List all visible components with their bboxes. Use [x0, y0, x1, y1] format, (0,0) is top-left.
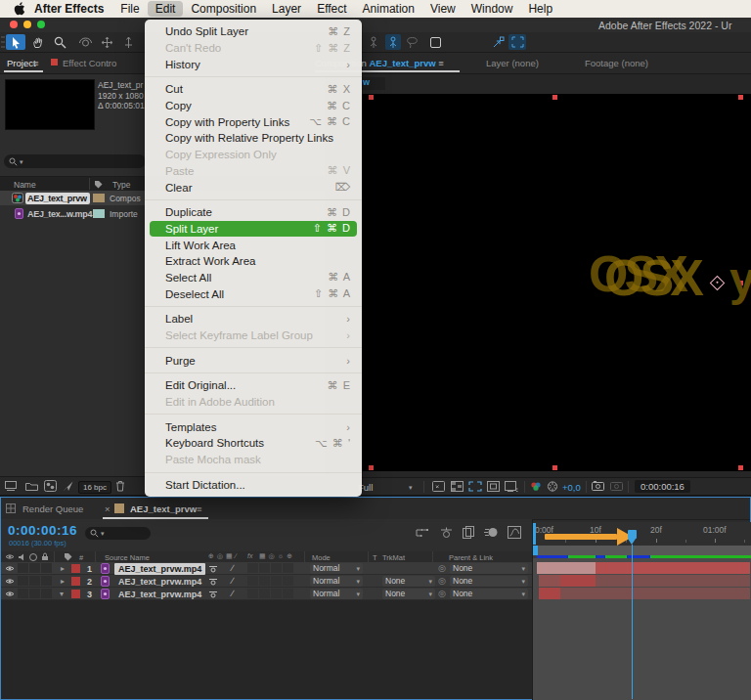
solo-column-icon[interactable] [29, 553, 37, 561]
label-column-tag-icon[interactable] [64, 552, 72, 561]
puppet-pin-tool-button[interactable] [366, 34, 381, 50]
switch-cell[interactable] [259, 576, 270, 586]
show-snapshot-icon[interactable] [610, 481, 623, 491]
eye-icon[interactable] [5, 578, 15, 585]
edit-menu-item[interactable]: Copy Expression Only [145, 147, 362, 163]
edit-menu-item[interactable]: Edit Original... ⌘ E [145, 377, 362, 394]
tab-footage[interactable]: Footage (none) [585, 58, 648, 68]
toolbar-grip[interactable] [1, 34, 5, 50]
layer-label-swatch[interactable] [71, 564, 80, 573]
expand-arrow-icon[interactable]: ▸ [61, 577, 65, 586]
edit-menu-item[interactable]: Undo Split Layer ⌘ Z [145, 23, 362, 40]
edit-menu-item[interactable]: Templates › [145, 418, 362, 435]
switch-cell[interactable] [259, 589, 270, 598]
comp-mini-flowchart-icon[interactable] [415, 527, 428, 539]
edit-menu-item[interactable]: Label › [145, 311, 362, 328]
solo-cell[interactable] [29, 589, 40, 598]
menubar-item[interactable]: Effect [309, 1, 354, 17]
rasterize-switch-icon[interactable]: ∕ [232, 589, 234, 598]
eye-icon[interactable] [5, 591, 15, 597]
shy-switch-icon[interactable] [208, 590, 218, 598]
layer-handle[interactable] [552, 95, 557, 100]
trkmat-dropdown[interactable]: None▾ [382, 576, 435, 587]
tab-effect-controls[interactable]: Effect Contro [63, 58, 116, 68]
layer-bar-dim[interactable] [539, 575, 560, 587]
timeline-search-input[interactable]: ▾ [85, 527, 151, 540]
switch-cell[interactable] [247, 589, 258, 598]
exposure-value[interactable]: +0,0 [562, 482, 581, 493]
close-window-button[interactable] [10, 21, 18, 28]
channels-icon[interactable] [530, 481, 542, 492]
edit-menu-item[interactable]: Copy with Relative Property Links [145, 130, 362, 147]
apple-menu-icon[interactable] [14, 2, 25, 16]
edit-menu-item[interactable]: Keyboard Shortcuts ⌥ ⌘ ' [145, 435, 362, 452]
lock-cell[interactable] [41, 576, 52, 586]
switch-cell[interactable] [283, 589, 293, 598]
playhead-point[interactable] [628, 539, 636, 545]
pickwhip-icon[interactable]: ◎ [438, 576, 446, 586]
motion-blur-icon[interactable] [484, 527, 498, 538]
switch-cell[interactable] [283, 576, 293, 586]
pan-camera-tool-button[interactable] [98, 34, 115, 50]
switch-cell[interactable] [271, 576, 282, 586]
column-type[interactable]: Type [112, 180, 130, 190]
playhead-grabber[interactable] [628, 530, 637, 539]
audio-cell[interactable] [18, 589, 28, 598]
project-tab-menu-icon[interactable]: ≡ [33, 58, 39, 68]
composition-tab-menu-icon[interactable]: ≡ [438, 58, 444, 68]
layer-row-1[interactable]: ▸ 1 AEJ_text_prvw.mp4 ∕ Normal▾ ◎ None▾ [1, 562, 750, 575]
tab-render-queue[interactable]: Render Queue [22, 503, 83, 514]
parent-dropdown[interactable]: None▾ [450, 589, 528, 599]
blend-mode-dropdown[interactable]: Normal▾ [310, 589, 363, 599]
edit-menu-item[interactable]: Select All ⌘ A [145, 270, 362, 286]
parent-link-column[interactable]: Parent & Link [449, 553, 493, 562]
edit-menu-item[interactable]: Clear ⌦ [145, 179, 362, 196]
lock-cell[interactable] [41, 589, 52, 598]
layer-bar-dim[interactable] [560, 588, 750, 599]
folder-icon[interactable] [25, 481, 38, 491]
viewer-timecode[interactable]: 0:00:00:16 [635, 480, 690, 493]
layer-handle[interactable] [369, 465, 374, 470]
menubar-item[interactable]: Layer [264, 1, 309, 17]
eye-column-icon[interactable] [5, 553, 15, 560]
trash-icon[interactable] [115, 480, 125, 492]
pickwhip-icon[interactable]: ◎ [438, 563, 446, 573]
comp-selector-remnant[interactable]: w [360, 77, 385, 90]
expand-arrow-icon[interactable]: ▸ [61, 564, 65, 573]
edit-menu-item[interactable]: Copy with Property Links ⌥ ⌘ C [145, 113, 362, 130]
layer-name[interactable]: AEJ_text_prvw.mp4 [118, 590, 201, 599]
interpret-footage-icon[interactable] [5, 481, 17, 491]
puppet-pin-tool-active-button[interactable] [385, 34, 401, 50]
t-column[interactable]: T [373, 553, 377, 562]
switches-columns-icons[interactable]: ▦◎☼⊕ [259, 552, 295, 560]
layer-handle[interactable] [369, 95, 374, 100]
edit-menu-item[interactable]: Paste ⌘ V [145, 163, 362, 180]
menubar-item[interactable]: Window [464, 1, 521, 17]
exposure-icon[interactable] [547, 481, 558, 492]
edit-menu-item[interactable]: Copy ⌘ C [145, 98, 362, 114]
trkmat-dropdown[interactable]: None▾ [382, 589, 435, 599]
layer-bar[interactable] [596, 562, 750, 574]
blend-mode-dropdown[interactable]: Normal▾ [310, 576, 363, 587]
edit-menu-item[interactable]: Can't Redo ⇧ ⌘ Z [145, 40, 362, 57]
blend-mode-dropdown[interactable]: Normal▾ [310, 563, 363, 574]
switch-cell[interactable] [247, 563, 258, 573]
tab-timeline-comp[interactable]: AEJ_text_prvw [130, 503, 197, 514]
rasterize-switch-icon[interactable]: ∕ [232, 563, 234, 573]
fit-to-view-button[interactable] [508, 34, 526, 50]
zoom-tool-button[interactable] [51, 34, 68, 50]
audio-column-icon[interactable] [18, 553, 25, 561]
menubar-item[interactable]: File [112, 1, 147, 17]
frame-blending-icon[interactable] [463, 526, 474, 539]
switch-cell[interactable] [271, 563, 282, 573]
menubar-item[interactable]: Help [520, 1, 560, 17]
switch-cell[interactable] [247, 576, 258, 586]
current-time-display[interactable]: 0:00:00:16 [8, 523, 77, 538]
shy-switch-icon[interactable] [208, 564, 218, 573]
timeline-empty-left[interactable] [1, 600, 532, 699]
new-composition-icon[interactable] [44, 480, 57, 492]
lock-cell[interactable] [41, 563, 52, 573]
zoom-window-button[interactable] [37, 21, 45, 28]
parent-dropdown[interactable]: None▾ [450, 576, 528, 587]
tab-layer[interactable]: Layer (none) [486, 58, 539, 68]
